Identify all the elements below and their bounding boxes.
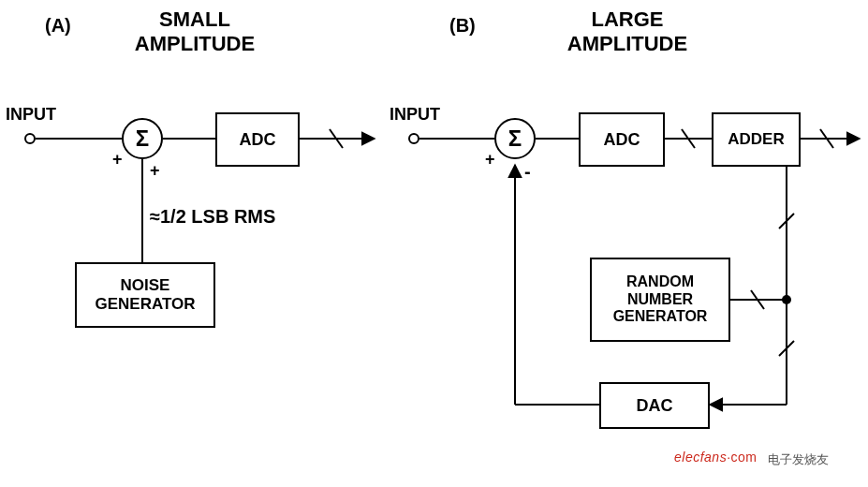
rng-block: RANDOM NUMBER GENERATOR [590,258,730,342]
watermark-text: elecfans [674,450,727,465]
svg-line-16 [779,341,794,356]
summer-b-minus: - [524,161,531,183]
summer-a: Σ [122,118,163,159]
svg-line-8 [682,129,695,148]
input-label-b: INPUT [390,105,440,125]
svg-line-10 [820,129,833,148]
input-label-a: INPUT [6,105,56,125]
diagram-b-tag: (B) [449,15,476,37]
diagram-canvas: (A) SMALL AMPLITUDE INPUT Σ + + ADC ≈1/2… [0,0,868,487]
svg-line-3 [330,129,343,148]
adc-block-b: ADC [579,112,665,167]
svg-line-14 [779,214,794,229]
svg-line-12 [751,290,764,309]
summer-b: Σ [494,118,536,159]
diagram-a-tag: (A) [45,15,71,37]
noise-annotation: ≈1/2 LSB RMS [150,206,275,228]
dac-block: DAC [599,382,710,429]
watermark-cn: 电子发烧友 [768,451,829,468]
adc-block-a: ADC [215,112,300,167]
adder-block: ADDER [712,112,801,167]
summer-b-plus: + [485,150,495,170]
wires-layer [0,0,868,487]
input-port-a [24,133,36,144]
watermark-dotcom: ·com [727,450,757,465]
sigma-symbol-a: Σ [136,125,149,152]
input-port-b [408,133,419,144]
diagram-a-title: SMALL AMPLITUDE [110,7,279,56]
noise-generator-block: NOISE GENERATOR [75,262,215,328]
summer-a-plus-left: + [112,150,123,170]
summer-a-plus-bottom: + [150,161,160,181]
watermark-brand: elecfans·com [674,450,758,465]
junction-node [782,295,791,304]
diagram-b-title: LARGE AMPLITUDE [543,7,712,56]
sigma-symbol-b: Σ [508,125,522,152]
